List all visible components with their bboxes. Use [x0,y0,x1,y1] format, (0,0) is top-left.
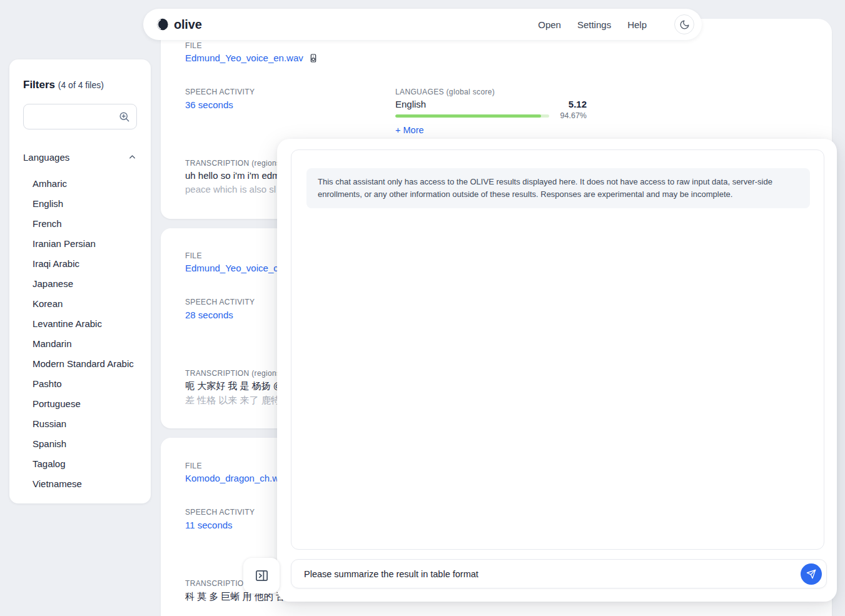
language-score: 5.12 [569,99,587,109]
dark-mode-toggle[interactable] [674,14,694,34]
languages-label: LANGUAGES (global score) [395,88,587,96]
nav-link-settings[interactable]: Settings [577,19,611,30]
filter-search-input[interactable] [31,112,118,122]
filters-file-count: (4 of 4 files) [58,80,104,90]
filters-sidebar: Filters (4 of 4 files) Languages Amharic… [9,59,151,503]
file-name-link[interactable]: Edmund_Yeo_voice_en.wav [185,53,303,63]
language-filter-japanese[interactable]: Japanese [23,274,137,294]
speech-activity-value[interactable]: 28 seconds [185,310,233,320]
speech-activity-label: SPEECH ACTIVITY [185,88,255,96]
file-name-link[interactable]: Komodo_dragon_ch.wav [185,473,289,483]
language-filter-korean[interactable]: Korean [23,294,137,314]
languages-section-label: Languages [23,152,69,163]
transcript-line: 呃 大家好 我 是 杨扬 @n [185,380,288,392]
language-filter-portuguese[interactable]: Portuguese [23,394,137,414]
language-filter-modern-standard-arabic[interactable]: Modern Standard Arabic [23,354,137,374]
speech-activity-value[interactable]: 11 seconds [185,520,233,530]
panel-right-icon [255,568,269,583]
languages-section-header[interactable]: Languages [23,152,137,163]
transcription-label: TRANSCRIPTION (regions) [185,159,283,168]
speech-activity-label: SPEECH ACTIVITY [185,508,255,517]
language-filter-russian[interactable]: Russian [23,414,137,434]
language-filter-iraqi-arabic[interactable]: Iraqi Arabic [23,254,137,274]
file-label: FILE [185,462,202,470]
speech-activity-label: SPEECH ACTIVITY [185,298,255,306]
language-filter-mandarin[interactable]: Mandarin [23,334,137,354]
transcript-line: 差 性格 以来 来了 鹿特丹 [185,395,290,406]
chat-assistant-panel: This chat assistant only has access to t… [277,139,837,602]
chat-input-row [291,559,827,588]
moon-icon [679,19,690,30]
brand-logo[interactable]: olive [156,18,202,32]
language-score-row: English 5.12 [395,99,587,109]
language-filter-levantine-arabic[interactable]: Levantine Arabic [23,314,137,334]
brand-name: olive [174,18,202,32]
language-filter-list: Amharic English French Iranian Persian I… [23,174,137,494]
language-filter-french[interactable]: French [23,214,137,234]
send-button[interactable] [801,563,822,585]
chat-message-input[interactable] [304,569,801,579]
send-icon [806,569,816,579]
language-filter-pashto[interactable]: Pashto [23,374,137,394]
zoom-in-search-icon[interactable] [118,111,130,123]
nav-link-help[interactable]: Help [627,19,647,30]
transcript-line: uh hello so i'm i'm edm [185,170,280,181]
language-filter-amharic[interactable]: Amharic [23,174,137,194]
language-filter-english[interactable]: English [23,194,137,214]
chevron-up-icon [128,153,137,162]
language-percent: 94.67% [395,111,587,120]
collapse-chat-panel-button[interactable] [243,558,280,593]
language-filter-iranian-persian[interactable]: Iranian Persian [23,234,137,254]
language-filter-vietnamese[interactable]: Vietnamese [23,474,137,494]
top-navbar: olive Open Settings Help [143,9,702,40]
transcription-label: TRANSCRIPTION (regions) [185,369,283,378]
file-label: FILE [185,41,202,50]
language-name: English [395,99,426,109]
language-filter-spanish[interactable]: Spanish [23,434,137,454]
chat-disclaimer: This chat assistant only has access to t… [306,168,810,208]
speaker-icon[interactable] [308,53,318,63]
filters-title: Filters (4 of 4 files) [23,79,137,91]
more-link[interactable]: + More [395,125,424,135]
filters-title-text: Filters [23,79,55,91]
filter-search-box [23,104,137,129]
language-filter-tagalog[interactable]: Tagalog [23,454,137,474]
nav-link-open[interactable]: Open [538,19,561,30]
chat-message-area: This chat assistant only has access to t… [291,149,824,550]
file-label: FILE [185,251,202,260]
speech-activity-value[interactable]: 36 seconds [185,99,233,110]
olive-logo-icon [156,18,170,31]
transcript-line: peace which is also sl [185,184,276,194]
